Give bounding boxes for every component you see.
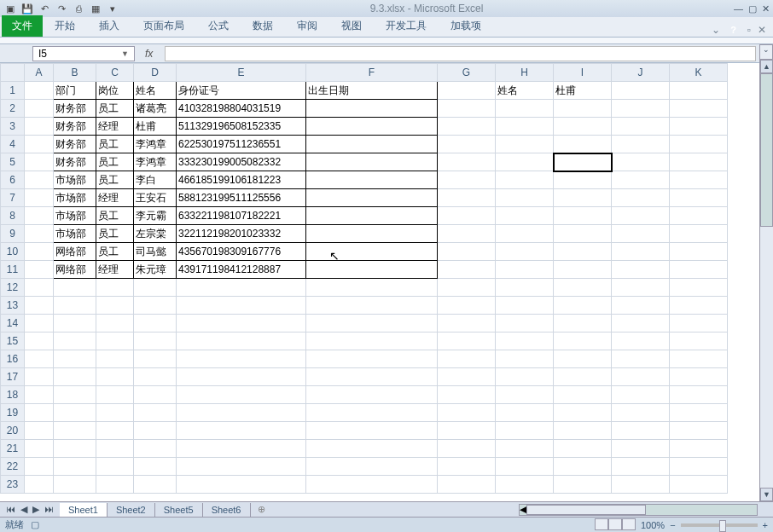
col-header-F[interactable]: F (306, 64, 438, 82)
cell-I4[interactable] (554, 136, 612, 153)
cell-B11[interactable]: 网络部 (54, 261, 96, 279)
cell-J8[interactable] (612, 207, 670, 225)
tab-home[interactable]: 开始 (43, 15, 87, 37)
cell-H2[interactable] (496, 100, 554, 118)
col-header-G[interactable]: G (438, 64, 496, 82)
cell-K1[interactable] (670, 82, 728, 100)
grid[interactable]: ABCDEFGHIJK1部门岗位姓名身份证号出生日期姓名杜甫2财务部员工诸葛亮4… (0, 63, 773, 503)
cell-A19[interactable] (25, 404, 54, 422)
cell-D15[interactable] (134, 332, 177, 350)
cell-G10[interactable] (438, 243, 496, 261)
cell-B3[interactable]: 财务部 (54, 118, 96, 136)
cell-H1[interactable]: 姓名 (496, 82, 554, 100)
row-header-8[interactable]: 8 (1, 207, 25, 225)
view-buttons[interactable] (595, 518, 636, 532)
row-header-16[interactable]: 16 (1, 350, 25, 368)
cell-D4[interactable]: 李鸿章 (134, 136, 177, 153)
cell-D1[interactable]: 姓名 (134, 82, 177, 100)
cell-D2[interactable]: 诸葛亮 (134, 100, 177, 118)
cell-C4[interactable]: 员工 (96, 136, 134, 153)
cell-D5[interactable]: 李鸿章 (134, 153, 177, 171)
cell-K5[interactable] (670, 153, 728, 171)
nav-prev-icon[interactable]: ◀ (18, 504, 30, 515)
row-header-11[interactable]: 11 (1, 261, 25, 279)
cell-E17[interactable] (177, 368, 306, 386)
cell-D22[interactable] (134, 458, 177, 476)
chevron-down-icon[interactable]: ▼ (121, 49, 129, 58)
cell-G22[interactable] (438, 458, 496, 476)
cell-E19[interactable] (177, 404, 306, 422)
cell-A11[interactable] (25, 261, 54, 279)
cell-I13[interactable] (554, 297, 612, 315)
cell-G4[interactable] (438, 136, 496, 153)
cell-H6[interactable] (496, 171, 554, 189)
cell-J3[interactable] (612, 118, 670, 136)
cell-K15[interactable] (670, 332, 728, 350)
cell-A15[interactable] (25, 332, 54, 350)
cell-D12[interactable] (134, 279, 177, 297)
cell-H11[interactable] (496, 261, 554, 279)
window-restore-icon[interactable]: ▫ (747, 24, 751, 36)
cell-K18[interactable] (670, 386, 728, 404)
cell-B16[interactable] (54, 350, 96, 368)
cell-G6[interactable] (438, 171, 496, 189)
cell-E13[interactable] (177, 297, 306, 315)
cell-G20[interactable] (438, 422, 496, 440)
cell-I14[interactable] (554, 315, 612, 332)
cell-G15[interactable] (438, 332, 496, 350)
cell-C11[interactable]: 经理 (96, 261, 134, 279)
cell-A10[interactable] (25, 243, 54, 261)
cell-F6[interactable] (306, 171, 438, 189)
cell-I23[interactable] (554, 476, 612, 494)
cell-C6[interactable]: 员工 (96, 171, 134, 189)
cell-G7[interactable] (438, 189, 496, 207)
cell-J9[interactable] (612, 225, 670, 243)
cell-D7[interactable]: 王安石 (134, 189, 177, 207)
cell-K21[interactable] (670, 440, 728, 458)
cell-G11[interactable] (438, 261, 496, 279)
cell-H19[interactable] (496, 404, 554, 422)
cell-E18[interactable] (177, 386, 306, 404)
cell-E2[interactable]: 410328198804031519 (177, 100, 306, 118)
row-header-10[interactable]: 10 (1, 243, 25, 261)
row-header-2[interactable]: 2 (1, 100, 25, 118)
formula-expand-icon[interactable]: ⌄ (759, 44, 773, 60)
cell-J15[interactable] (612, 332, 670, 350)
row-header-18[interactable]: 18 (1, 386, 25, 404)
cell-B17[interactable] (54, 368, 96, 386)
cell-I16[interactable] (554, 350, 612, 368)
cell-I8[interactable] (554, 207, 612, 225)
cell-C2[interactable]: 员工 (96, 100, 134, 118)
cell-E10[interactable]: 435670198309167776 (177, 243, 306, 261)
cell-F3[interactable] (306, 118, 438, 136)
cell-H20[interactable] (496, 422, 554, 440)
horizontal-scrollbar[interactable]: ◀ (272, 504, 774, 516)
cell-K6[interactable] (670, 171, 728, 189)
cell-D8[interactable]: 李元霸 (134, 207, 177, 225)
cell-J12[interactable] (612, 279, 670, 297)
zoom-out-icon[interactable]: − (670, 520, 675, 530)
maximize-icon[interactable]: ▢ (748, 3, 757, 14)
cell-D17[interactable] (134, 368, 177, 386)
cell-G2[interactable] (438, 100, 496, 118)
cell-I3[interactable] (554, 118, 612, 136)
cell-I5[interactable] (554, 153, 612, 171)
cell-F13[interactable] (306, 297, 438, 315)
cell-J1[interactable] (612, 82, 670, 100)
cell-B10[interactable]: 网络部 (54, 243, 96, 261)
cell-K19[interactable] (670, 404, 728, 422)
fx-icon[interactable]: fx (145, 48, 153, 60)
cell-H10[interactable] (496, 243, 554, 261)
cell-E4[interactable]: 622530197511236551 (177, 136, 306, 153)
tab-dev[interactable]: 开发工具 (374, 15, 439, 37)
cell-B5[interactable]: 财务部 (54, 153, 96, 171)
cell-E16[interactable] (177, 350, 306, 368)
sheet-tab-4[interactable]: Sheet6 (203, 503, 251, 517)
row-header-22[interactable]: 22 (1, 458, 25, 476)
name-box[interactable]: I5 ▼ (32, 46, 135, 61)
cell-H7[interactable] (496, 189, 554, 207)
nav-last-icon[interactable]: ⏭ (42, 504, 56, 515)
cell-D13[interactable] (134, 297, 177, 315)
cell-K11[interactable] (670, 261, 728, 279)
cell-E14[interactable] (177, 315, 306, 332)
